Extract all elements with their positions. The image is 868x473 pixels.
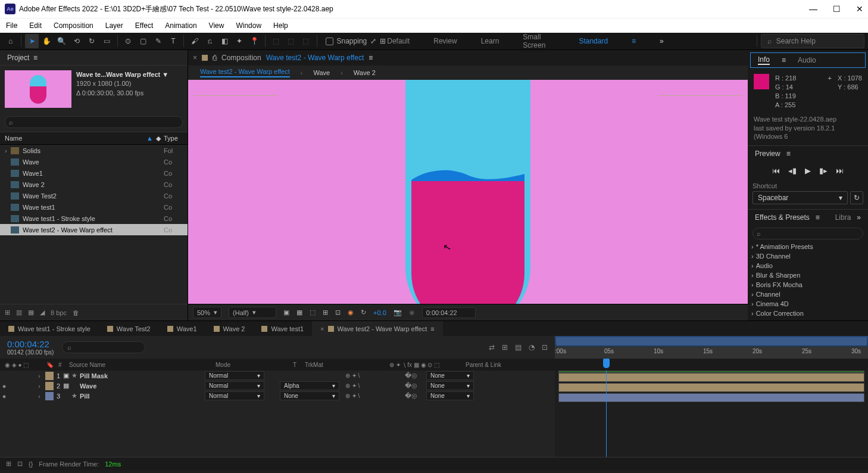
layer-row[interactable]: › 1 ▣ ★ Pill Mask Normal▾ ⊕ ✦ \ �◎ None▾ [0,371,555,381]
timeline-tab[interactable]: Wave1 [159,321,205,336]
effect-category[interactable]: ›Channel [751,290,864,299]
adjust-icon[interactable]: ◢ [40,309,45,316]
help-search[interactable]: ⌕ Search Help [761,34,864,48]
project-tab[interactable]: Project ≡ [0,50,188,66]
toggle-in-out-icon[interactable]: {} [29,460,33,468]
next-frame-button[interactable]: ▮▸ [819,166,828,175]
effects-header[interactable]: Effects & Presets≡ Libra » [748,210,868,225]
effect-category[interactable]: ›* Animation Presets [751,242,864,251]
effect-category[interactable]: ›Boris FX Mocha [751,280,864,290]
toggle-grid-icon[interactable]: ⊞ [323,309,328,316]
comp-mini-flow-icon[interactable]: ⇄ [489,343,495,351]
project-item[interactable]: Wave test1 - Stroke styleCo [0,213,188,224]
toggle-guides-icon[interactable]: ⊡ [335,309,341,316]
effect-category[interactable]: ›Audio [751,261,864,270]
home-button[interactable]: ⌂ [4,34,17,48]
project-item[interactable]: Wave test1Co [0,201,188,213]
shape-tool[interactable]: ▢ [136,34,150,48]
effect-category[interactable]: ›3D Channel [751,251,864,261]
motion-blur-icon[interactable]: ⊡ [542,343,548,351]
menu-window[interactable]: Window [236,21,261,30]
workspace-overflow-icon[interactable]: » [660,37,664,45]
workspace-standard[interactable]: Standard [579,37,608,45]
draft3d-icon[interactable]: ⊞ [502,343,508,351]
panel-menu-icon[interactable]: ≡ [33,54,38,62]
playhead[interactable] [606,371,607,457]
workspace-review[interactable]: Review [433,37,457,45]
reset-exposure-icon[interactable]: ↻ [361,309,366,316]
snap-opt2-icon[interactable]: ⊞ [380,37,386,45]
ext1-icon[interactable]: ⬚ [269,34,283,48]
toggle2-icon[interactable]: ▦ [296,309,302,316]
project-item[interactable]: ›SolidsFol [0,145,188,156]
trash-icon[interactable]: 🗑 [73,309,79,316]
layer-row[interactable]: ● › 3 ★ Pill Normal▾ None▾ ⊕ ✦ \ �◎ None… [0,391,555,401]
timeline-tab[interactable]: Wave 2 [205,321,254,336]
preview-time[interactable]: 0:00:04:22 [422,307,476,318]
menu-view[interactable]: View [209,21,224,30]
menu-composition[interactable]: Composition [54,21,93,30]
play-button[interactable]: ▶ [805,166,811,175]
show-snapshot-icon[interactable]: ◉ [409,309,415,316]
tab-info[interactable]: Info [758,55,770,65]
channels-icon[interactable]: ◉ [348,309,354,316]
menu-help[interactable]: Help [273,21,288,30]
roto-tool[interactable]: ✦ [233,34,246,48]
tab-menu-icon[interactable]: ≡ [369,54,373,62]
composition-viewer[interactable]: ↖ [188,80,748,304]
layer-bar-1[interactable] [558,373,864,382]
zoom-dropdown[interactable]: 50%▾ [193,307,221,318]
time-ruler[interactable]: :00s05s10s15s20s25s30s [555,347,868,359]
effect-category[interactable]: ›Blur & Sharpen [751,270,864,280]
effects-search[interactable]: ⌕ [753,228,863,239]
layer-row[interactable]: ● › 2 ▦ Wave Normal▾ Alpha▾ ⊕ ✦ \ �◎ Non… [0,381,555,391]
breadcrumb-wave2[interactable]: Wave 2 [354,69,376,76]
interpret-icon[interactable]: ⊞ [5,309,10,316]
stamp-tool[interactable]: ⎌ [203,34,217,48]
timeline-tab[interactable]: Wave test1 [253,321,312,336]
timeline-search[interactable]: ⌕ [62,341,145,353]
timeline-tab[interactable]: Wave Test2 [99,321,159,336]
project-item[interactable]: Wave 2Co [0,179,188,190]
breadcrumb-wave[interactable]: Wave [313,69,330,76]
tab-info-menu-icon[interactable]: ≡ [782,56,786,64]
snapping-checkbox[interactable] [326,38,333,45]
close-button[interactable]: ✕ [856,4,863,14]
minimize-button[interactable]: — [809,4,817,14]
menu-layer[interactable]: Layer [105,21,123,30]
anchor-tool[interactable]: ⊙ [121,34,135,48]
effect-category[interactable]: ›Cinema 4D [751,299,864,309]
overflow-icon[interactable]: » [857,213,861,222]
exposure-value[interactable]: +0.0 [373,309,386,316]
current-time[interactable]: 0:00:04:22 [7,339,54,349]
shortcut-dropdown[interactable]: Spacebar▾ [753,191,848,204]
layer-bar-3[interactable] [558,393,864,402]
menu-animation[interactable]: Animation [165,21,196,30]
toggle-mask-icon[interactable]: ⬚ [310,309,316,316]
prev-frame-button[interactable]: ◂▮ [788,166,797,175]
snapshot-icon[interactable]: 📷 [394,309,402,316]
comp-icon[interactable]: ▦ [28,309,34,316]
shortcut-reset[interactable]: ↻ [850,191,863,204]
ext2-icon[interactable]: ⬚ [284,34,298,48]
resolution-dropdown[interactable]: (Half)▾ [229,307,276,318]
menu-edit[interactable]: Edit [29,21,42,30]
menu-effect[interactable]: Effect [135,21,153,30]
workspace-learn[interactable]: Learn [481,37,499,45]
tab-libraries[interactable]: Libra [835,213,851,222]
toggle1-icon[interactable]: ▣ [283,309,289,316]
project-columns[interactable]: Name ▲ ◆ Type [0,132,188,145]
rotate-tool[interactable]: ↻ [85,34,99,48]
brush-tool[interactable]: 🖌 [188,34,201,48]
ext3-icon[interactable]: ⬚ [299,34,313,48]
folder-icon[interactable]: ▥ [16,309,22,316]
preview-menu-icon[interactable]: ≡ [786,150,791,158]
workspace-smallscreen[interactable]: Small Screen [523,33,555,49]
maximize-button[interactable]: ☐ [833,4,841,14]
project-item[interactable]: Wave test2 - Wave Warp effectCo [0,224,188,235]
hand-tool[interactable]: ✋ [40,34,54,48]
workspace-default[interactable]: Default [387,37,410,45]
orbit-tool[interactable]: ⟲ [70,34,84,48]
camera-tool[interactable]: ▭ [100,34,114,48]
last-frame-button[interactable]: ⏭ [836,166,844,175]
